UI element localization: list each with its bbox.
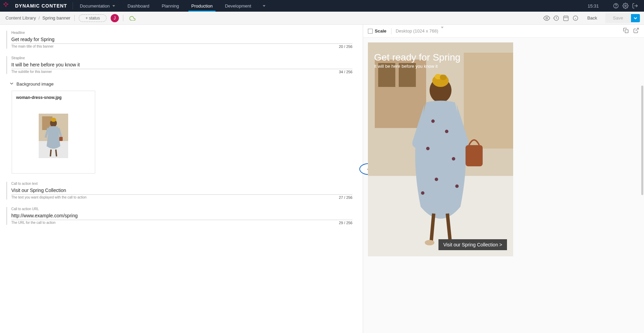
avatar[interactable]: J [111, 14, 119, 22]
field-label: Call to action URL [11, 207, 352, 211]
svg-point-10 [51, 118, 56, 122]
copy-icon[interactable] [623, 27, 629, 35]
field-label: Headline [11, 31, 352, 35]
eye-icon[interactable] [542, 15, 552, 22]
field-count: 27 / 256 [339, 195, 352, 200]
strapline-input[interactable] [11, 60, 352, 69]
banner-headline: Get ready for Spring [374, 52, 460, 63]
field-help: The text you want displayed with the cal… [11, 195, 87, 200]
svg-rect-30 [466, 145, 483, 166]
separator [73, 2, 73, 10]
chevron-down-icon [441, 27, 444, 34]
nav-more[interactable] [257, 0, 268, 12]
chevron-down-icon [112, 5, 115, 7]
preview-panel: ↔ Scale Desktop (1024 x 768) [363, 25, 644, 333]
logout-icon[interactable] [630, 1, 640, 11]
help-icon[interactable] [611, 1, 621, 11]
back-button[interactable]: Back [580, 13, 604, 23]
field-label: Call to action text [11, 182, 352, 185]
scrollbar[interactable] [641, 86, 643, 195]
brand-name: DYNAMIC CONTENT [15, 3, 67, 9]
field-help: The main title of this banner [11, 44, 53, 49]
nav-development[interactable]: Development [219, 0, 258, 12]
calendar-icon[interactable] [561, 15, 571, 21]
nav-documentation[interactable]: Documentation [74, 0, 121, 12]
chevron-down-icon [10, 81, 14, 87]
add-status-button[interactable]: + status [79, 14, 106, 22]
svg-point-31 [425, 240, 434, 245]
image-card[interactable]: woman-dress-snow.jpg [12, 91, 95, 174]
field-count: 29 / 256 [339, 221, 352, 225]
svg-point-2 [625, 5, 627, 7]
field-label: Strapline [11, 56, 352, 60]
chevron-down-icon [263, 5, 265, 7]
headline-input[interactable] [11, 35, 352, 44]
nav-dashboard[interactable]: Dashboard [121, 0, 156, 12]
svg-rect-12 [625, 30, 628, 33]
cta-text-input[interactable] [11, 185, 352, 195]
svg-point-25 [426, 147, 430, 150]
time-dropdown[interactable] [602, 1, 611, 11]
gear-icon[interactable] [621, 1, 630, 11]
svg-rect-11 [59, 137, 63, 141]
sub-header: Content Library / Spring banner + status… [0, 12, 644, 25]
svg-point-29 [455, 184, 459, 188]
svg-point-24 [445, 130, 448, 133]
nav-planning[interactable]: Planning [156, 0, 185, 12]
svg-rect-18 [464, 53, 513, 149]
cloud-sync-icon [129, 16, 136, 21]
field-count: 34 / 256 [339, 70, 352, 74]
logo-icon [3, 1, 12, 10]
field-strapline: Strapline The subtitle for this banner 3… [6, 56, 352, 74]
editor-panel: Headline The main title of this banner 2… [0, 25, 363, 333]
breadcrumb-root[interactable]: Content Library [5, 15, 36, 21]
open-external-icon[interactable] [633, 27, 639, 35]
clock-time: 15:31 [587, 3, 599, 9]
svg-point-23 [431, 119, 435, 123]
history-icon[interactable] [552, 15, 561, 21]
save-dropdown[interactable] [631, 14, 640, 22]
banner-preview: Get ready for Spring It will be here bef… [368, 42, 513, 256]
info-icon[interactable] [571, 15, 580, 21]
field-cta-url: Call to action URL The URL for the call … [6, 207, 352, 225]
scale-checkbox[interactable] [368, 29, 373, 34]
image-filename: woman-dress-snow.jpg [16, 95, 91, 100]
field-headline: Headline The main title of this banner 2… [6, 31, 352, 49]
breadcrumb: Content Library / Spring banner [5, 15, 70, 21]
nav-production[interactable]: Production [185, 0, 219, 12]
breadcrumb-current: Spring banner [42, 15, 71, 21]
cta-url-input[interactable] [11, 211, 352, 220]
banner-cta: Visit our Spring Collection > [438, 239, 507, 250]
svg-point-22 [440, 75, 447, 80]
bg-image-toggle[interactable]: Background image [10, 81, 352, 87]
svg-point-26 [452, 157, 455, 161]
field-help: The subtitle for this banner [11, 70, 52, 74]
svg-point-27 [435, 178, 438, 181]
field-count: 20 / 256 [339, 44, 352, 49]
top-nav: DYNAMIC CONTENT Documentation Dashboard … [0, 0, 644, 12]
banner-strapline: It will be here before you know it [374, 64, 460, 69]
scale-label: Scale [375, 28, 386, 34]
svg-point-28 [421, 191, 424, 195]
device-select[interactable]: Desktop (1024 x 768) [396, 28, 444, 34]
field-cta-text: Call to action text The text you want di… [6, 182, 352, 200]
svg-point-3 [546, 17, 548, 19]
save-button[interactable]: Save [605, 13, 631, 23]
image-thumbnail [39, 114, 68, 158]
field-help: The URL for the call to action [11, 221, 55, 225]
svg-point-1 [616, 7, 616, 7]
preview-toolbar: Scale Desktop (1024 x 768) [363, 25, 644, 38]
svg-rect-4 [564, 16, 569, 21]
